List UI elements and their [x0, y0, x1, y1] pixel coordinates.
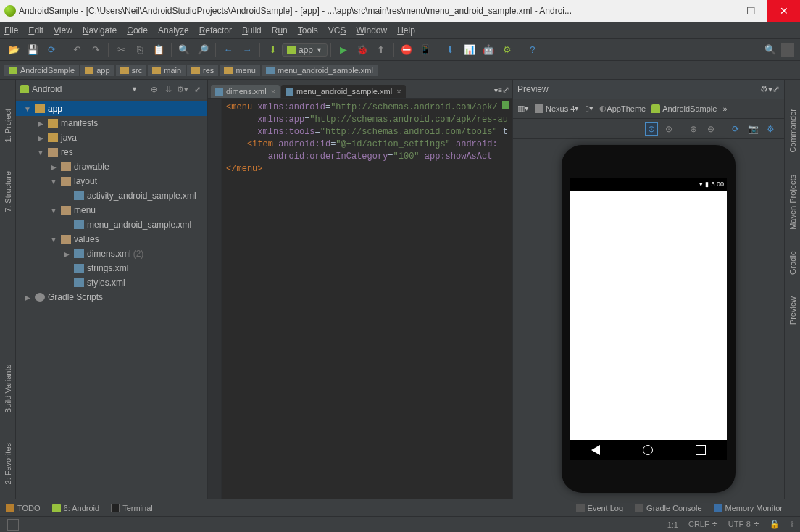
menu-view[interactable]: View: [54, 25, 72, 36]
cut-icon[interactable]: ✂: [113, 42, 129, 58]
encoding[interactable]: UTF-8 ≑: [728, 520, 759, 529]
tab-commander[interactable]: Commander: [788, 109, 797, 153]
replace-icon[interactable]: 🔎: [195, 42, 211, 58]
inspection-indicator[interactable]: [502, 101, 509, 109]
menu-vcs[interactable]: VCS: [328, 25, 346, 36]
project-view-selector[interactable]: Android: [32, 84, 131, 94]
split-icon[interactable]: ▾≡: [494, 86, 502, 94]
module-selector[interactable]: AndroidSample: [651, 104, 717, 113]
tree-manifests[interactable]: ▶manifests: [16, 116, 207, 130]
hide-icon[interactable]: ⤢: [772, 84, 780, 94]
tab-gradle-console[interactable]: Gradle Console: [635, 504, 701, 512]
tab-preview[interactable]: Preview: [788, 296, 797, 325]
menu-run[interactable]: Run: [272, 25, 288, 36]
design-config-icon[interactable]: ▥▾: [517, 104, 529, 113]
menu-code[interactable]: Code: [127, 25, 148, 36]
more-icon[interactable]: »: [722, 104, 727, 113]
tab-build-variants[interactable]: Build Variants: [4, 365, 12, 413]
toggle-tool-windows-icon[interactable]: [7, 519, 19, 531]
code-area[interactable]: <menu xmlns:android="http://schemas.andr…: [208, 99, 512, 499]
zoom-actual-icon[interactable]: ⊙: [662, 122, 675, 136]
find-icon[interactable]: 🔍: [176, 42, 192, 58]
forward-icon[interactable]: →: [239, 42, 255, 58]
gradle-icon[interactable]: ⚙: [499, 42, 515, 58]
theme-selector[interactable]: ◐ AppTheme: [599, 104, 646, 113]
close-button[interactable]: ✕: [767, 0, 800, 22]
code-editor[interactable]: <menu xmlns:android="http://schemas.andr…: [222, 99, 512, 499]
menu-file[interactable]: File: [4, 25, 18, 36]
menu-edit[interactable]: Edit: [28, 25, 43, 36]
close-icon[interactable]: ×: [271, 87, 275, 96]
crumb-main[interactable]: main: [148, 65, 186, 76]
expand-icon[interactable]: ⤢: [502, 85, 509, 95]
crumb-menu[interactable]: menu: [220, 65, 260, 76]
screenshot-icon[interactable]: 📷: [746, 122, 759, 136]
search-icon[interactable]: 🔍: [762, 42, 778, 58]
hide-icon[interactable]: ⤢: [191, 83, 203, 95]
caret-position[interactable]: 1:1: [667, 520, 678, 529]
stop-icon[interactable]: ⛔: [399, 42, 414, 58]
crumb-res[interactable]: res: [187, 65, 218, 76]
tree-drawable[interactable]: ▶drawable: [16, 159, 207, 174]
zoom-out-icon[interactable]: ⊖: [704, 122, 717, 136]
tab-project[interactable]: 1: Project: [4, 109, 12, 142]
open-icon[interactable]: 📂: [6, 42, 22, 58]
tree-styles[interactable]: styles.xml: [16, 275, 207, 290]
menu-window[interactable]: Window: [356, 25, 387, 36]
avd-icon[interactable]: 📱: [417, 42, 433, 58]
crumb-app[interactable]: app: [80, 65, 114, 76]
copy-icon[interactable]: ⎘: [132, 42, 148, 58]
refresh-icon[interactable]: ⟳: [729, 122, 742, 136]
sync-icon[interactable]: ⟳: [43, 42, 59, 58]
paste-icon[interactable]: 📋: [151, 42, 167, 58]
tree-menu[interactable]: ▼menu: [16, 203, 207, 217]
debug-icon[interactable]: 🐞: [354, 42, 370, 58]
help-icon[interactable]: ?: [525, 42, 541, 58]
minimize-button[interactable]: —: [702, 0, 735, 22]
line-gutter[interactable]: [208, 99, 222, 499]
tree-res[interactable]: ▼res: [16, 145, 207, 159]
menu-build[interactable]: Build: [242, 25, 262, 36]
user-icon[interactable]: [781, 43, 794, 57]
collapse-icon[interactable]: ⇊: [162, 83, 174, 95]
lock-icon[interactable]: 🔓: [770, 520, 780, 529]
make-icon[interactable]: ⬇: [264, 42, 280, 58]
tree-app[interactable]: ▼app: [16, 101, 207, 116]
tree-dimens[interactable]: ▶dimens.xml(2): [16, 246, 207, 261]
tree-java[interactable]: ▶java: [16, 130, 207, 145]
tree-layout[interactable]: ▼layout: [16, 174, 207, 188]
maximize-button[interactable]: ☐: [735, 0, 767, 22]
tree-activity-xml[interactable]: activity_android_sample.xml: [16, 188, 207, 203]
tab-gradle[interactable]: Gradle: [788, 251, 797, 275]
undo-icon[interactable]: ↶: [69, 42, 85, 58]
tab-android[interactable]: 6: Android: [52, 504, 100, 512]
save-icon[interactable]: 💾: [25, 42, 41, 58]
tree-values[interactable]: ▼values: [16, 232, 207, 246]
tab-terminal[interactable]: Terminal: [111, 504, 153, 512]
android-manager-icon[interactable]: 🤖: [480, 42, 496, 58]
run-icon[interactable]: ▶: [336, 42, 351, 58]
crumb-project[interactable]: AndroidSample: [4, 65, 79, 76]
tab-maven[interactable]: Maven Projects: [788, 175, 797, 230]
line-separator[interactable]: CRLF ≑: [688, 520, 718, 529]
sdk-icon[interactable]: ⬇: [443, 42, 459, 58]
tab-menu-xml[interactable]: menu_android_sample.xml×: [281, 85, 406, 98]
menu-navigate[interactable]: Navigate: [83, 25, 117, 36]
back-icon[interactable]: ←: [220, 42, 236, 58]
tree-gradle[interactable]: ▶Gradle Scripts: [16, 290, 207, 304]
zoom-in-icon[interactable]: ⊕: [687, 122, 700, 136]
tree-menu-xml[interactable]: menu_android_sample.xml: [16, 217, 207, 232]
menu-help[interactable]: Help: [397, 25, 415, 36]
menu-refactor[interactable]: Refactor: [199, 25, 232, 36]
tab-memory-monitor[interactable]: Memory Monitor: [714, 504, 783, 512]
zoom-fit-icon[interactable]: ⊙: [645, 122, 658, 136]
tab-event-log[interactable]: Event Log: [576, 504, 624, 512]
close-icon[interactable]: ×: [396, 87, 401, 96]
crumb-src[interactable]: src: [116, 65, 147, 76]
project-tree[interactable]: ▼app ▶manifests ▶java ▼res ▶drawable ▼la…: [16, 99, 207, 499]
settings-icon[interactable]: ⚙▾: [177, 83, 188, 95]
device-selector[interactable]: Nexus 4 ▾: [535, 104, 579, 113]
tab-favorites[interactable]: 2: Favorites: [4, 443, 12, 484]
orientation-icon[interactable]: ▯▾: [585, 104, 593, 113]
tab-dimens[interactable]: dimens.xml×: [211, 85, 280, 98]
